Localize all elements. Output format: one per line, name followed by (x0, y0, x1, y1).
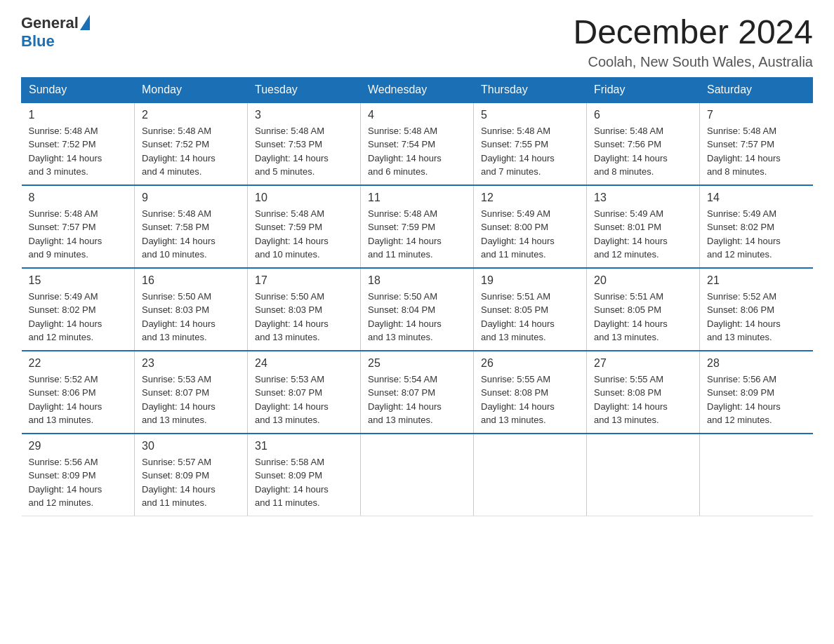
day-number: 10 (255, 192, 353, 204)
day-info: Sunrise: 5:48 AM Sunset: 7:55 PM Dayligh… (481, 124, 579, 179)
calendar-day-cell: 2 Sunrise: 5:48 AM Sunset: 7:52 PM Dayli… (135, 102, 248, 185)
day-number: 17 (255, 274, 353, 287)
calendar-day-cell: 10 Sunrise: 5:48 AM Sunset: 7:59 PM Dayl… (248, 185, 361, 268)
day-number: 20 (594, 274, 692, 287)
day-info: Sunrise: 5:48 AM Sunset: 7:52 PM Dayligh… (142, 124, 240, 179)
calendar-day-cell (700, 434, 813, 516)
day-number: 13 (594, 192, 692, 204)
day-info: Sunrise: 5:51 AM Sunset: 8:05 PM Dayligh… (481, 290, 579, 344)
day-number: 3 (255, 109, 353, 121)
day-number: 15 (29, 274, 128, 287)
calendar-day-cell: 18 Sunrise: 5:50 AM Sunset: 8:04 PM Dayl… (361, 268, 474, 351)
day-info: Sunrise: 5:48 AM Sunset: 7:57 PM Dayligh… (29, 207, 128, 262)
day-number: 26 (481, 357, 579, 370)
day-number: 12 (481, 192, 579, 204)
calendar-table: SundayMondayTuesdayWednesdayThursdayFrid… (21, 77, 813, 516)
day-info: Sunrise: 5:55 AM Sunset: 8:08 PM Dayligh… (481, 373, 579, 427)
day-number: 16 (142, 274, 240, 287)
day-info: Sunrise: 5:49 AM Sunset: 8:00 PM Dayligh… (481, 207, 579, 262)
day-number: 8 (29, 192, 128, 204)
weekday-header-tuesday: Tuesday (248, 77, 361, 102)
calendar-week-row: 1 Sunrise: 5:48 AM Sunset: 7:52 PM Dayli… (22, 102, 813, 185)
day-number: 28 (707, 357, 806, 370)
calendar-day-cell: 28 Sunrise: 5:56 AM Sunset: 8:09 PM Dayl… (700, 351, 813, 434)
logo-blue-text: Blue (21, 32, 90, 51)
calendar-day-cell: 23 Sunrise: 5:53 AM Sunset: 8:07 PM Dayl… (135, 351, 248, 434)
weekday-header-wednesday: Wednesday (361, 77, 474, 102)
day-info: Sunrise: 5:55 AM Sunset: 8:08 PM Dayligh… (594, 373, 692, 427)
day-number: 29 (29, 440, 128, 452)
day-info: Sunrise: 5:48 AM Sunset: 7:57 PM Dayligh… (707, 124, 806, 179)
day-number: 6 (594, 109, 692, 121)
weekday-header-friday: Friday (587, 77, 700, 102)
day-number: 27 (594, 357, 692, 370)
day-info: Sunrise: 5:48 AM Sunset: 7:59 PM Dayligh… (368, 207, 466, 262)
calendar-day-cell: 14 Sunrise: 5:49 AM Sunset: 8:02 PM Dayl… (700, 185, 813, 268)
calendar-day-cell: 31 Sunrise: 5:58 AM Sunset: 8:09 PM Dayl… (248, 434, 361, 516)
day-info: Sunrise: 5:56 AM Sunset: 8:09 PM Dayligh… (707, 373, 806, 427)
calendar-day-cell: 12 Sunrise: 5:49 AM Sunset: 8:00 PM Dayl… (474, 185, 587, 268)
calendar-week-row: 22 Sunrise: 5:52 AM Sunset: 8:06 PM Dayl… (22, 351, 813, 434)
day-number: 2 (142, 109, 240, 121)
page-header: General Blue December 2024 Coolah, New S… (21, 14, 813, 70)
day-info: Sunrise: 5:53 AM Sunset: 8:07 PM Dayligh… (255, 373, 353, 427)
logo-triangle-icon (80, 15, 90, 30)
day-number: 9 (142, 192, 240, 204)
day-number: 14 (707, 192, 806, 204)
day-number: 5 (481, 109, 579, 121)
day-info: Sunrise: 5:49 AM Sunset: 8:01 PM Dayligh… (594, 207, 692, 262)
logo-general-text: General (21, 14, 79, 32)
calendar-day-cell: 9 Sunrise: 5:48 AM Sunset: 7:58 PM Dayli… (135, 185, 248, 268)
day-number: 19 (481, 274, 579, 287)
calendar-day-cell: 6 Sunrise: 5:48 AM Sunset: 7:56 PM Dayli… (587, 102, 700, 185)
weekday-header-saturday: Saturday (700, 77, 813, 102)
calendar-day-cell: 17 Sunrise: 5:50 AM Sunset: 8:03 PM Dayl… (248, 268, 361, 351)
title-section: December 2024 Coolah, New South Wales, A… (573, 14, 813, 70)
calendar-day-cell: 13 Sunrise: 5:49 AM Sunset: 8:01 PM Dayl… (587, 185, 700, 268)
calendar-day-cell (474, 434, 587, 516)
calendar-day-cell: 27 Sunrise: 5:55 AM Sunset: 8:08 PM Dayl… (587, 351, 700, 434)
day-number: 25 (368, 357, 466, 370)
weekday-header-monday: Monday (135, 77, 248, 102)
day-info: Sunrise: 5:57 AM Sunset: 8:09 PM Dayligh… (142, 455, 240, 510)
calendar-day-cell: 16 Sunrise: 5:50 AM Sunset: 8:03 PM Dayl… (135, 268, 248, 351)
calendar-day-cell: 11 Sunrise: 5:48 AM Sunset: 7:59 PM Dayl… (361, 185, 474, 268)
day-info: Sunrise: 5:51 AM Sunset: 8:05 PM Dayligh… (594, 290, 692, 344)
calendar-week-row: 8 Sunrise: 5:48 AM Sunset: 7:57 PM Dayli… (22, 185, 813, 268)
weekday-header-row: SundayMondayTuesdayWednesdayThursdayFrid… (22, 77, 813, 102)
day-info: Sunrise: 5:48 AM Sunset: 7:53 PM Dayligh… (255, 124, 353, 179)
day-number: 7 (707, 109, 806, 121)
calendar-day-cell: 20 Sunrise: 5:51 AM Sunset: 8:05 PM Dayl… (587, 268, 700, 351)
location-subtitle: Coolah, New South Wales, Australia (573, 54, 813, 70)
day-info: Sunrise: 5:52 AM Sunset: 8:06 PM Dayligh… (707, 290, 806, 344)
logo: General Blue (21, 14, 90, 51)
day-info: Sunrise: 5:49 AM Sunset: 8:02 PM Dayligh… (29, 290, 128, 344)
calendar-day-cell: 8 Sunrise: 5:48 AM Sunset: 7:57 PM Dayli… (22, 185, 135, 268)
calendar-week-row: 15 Sunrise: 5:49 AM Sunset: 8:02 PM Dayl… (22, 268, 813, 351)
day-info: Sunrise: 5:50 AM Sunset: 8:03 PM Dayligh… (142, 290, 240, 344)
calendar-day-cell: 15 Sunrise: 5:49 AM Sunset: 8:02 PM Dayl… (22, 268, 135, 351)
day-number: 11 (368, 192, 466, 204)
day-info: Sunrise: 5:58 AM Sunset: 8:09 PM Dayligh… (255, 455, 353, 510)
calendar-day-cell: 21 Sunrise: 5:52 AM Sunset: 8:06 PM Dayl… (700, 268, 813, 351)
day-number: 21 (707, 274, 806, 287)
day-info: Sunrise: 5:48 AM Sunset: 7:54 PM Dayligh… (368, 124, 466, 179)
calendar-day-cell: 25 Sunrise: 5:54 AM Sunset: 8:07 PM Dayl… (361, 351, 474, 434)
day-number: 18 (368, 274, 466, 287)
calendar-day-cell: 29 Sunrise: 5:56 AM Sunset: 8:09 PM Dayl… (22, 434, 135, 516)
calendar-day-cell: 26 Sunrise: 5:55 AM Sunset: 8:08 PM Dayl… (474, 351, 587, 434)
day-number: 30 (142, 440, 240, 452)
calendar-day-cell: 19 Sunrise: 5:51 AM Sunset: 8:05 PM Dayl… (474, 268, 587, 351)
day-info: Sunrise: 5:48 AM Sunset: 7:58 PM Dayligh… (142, 207, 240, 262)
day-info: Sunrise: 5:53 AM Sunset: 8:07 PM Dayligh… (142, 373, 240, 427)
calendar-day-cell: 30 Sunrise: 5:57 AM Sunset: 8:09 PM Dayl… (135, 434, 248, 516)
day-info: Sunrise: 5:54 AM Sunset: 8:07 PM Dayligh… (368, 373, 466, 427)
calendar-day-cell: 3 Sunrise: 5:48 AM Sunset: 7:53 PM Dayli… (248, 102, 361, 185)
day-number: 1 (29, 109, 128, 121)
day-number: 4 (368, 109, 466, 121)
day-info: Sunrise: 5:48 AM Sunset: 7:59 PM Dayligh… (255, 207, 353, 262)
calendar-day-cell (361, 434, 474, 516)
month-title: December 2024 (573, 14, 813, 51)
weekday-header-thursday: Thursday (474, 77, 587, 102)
day-info: Sunrise: 5:49 AM Sunset: 8:02 PM Dayligh… (707, 207, 806, 262)
